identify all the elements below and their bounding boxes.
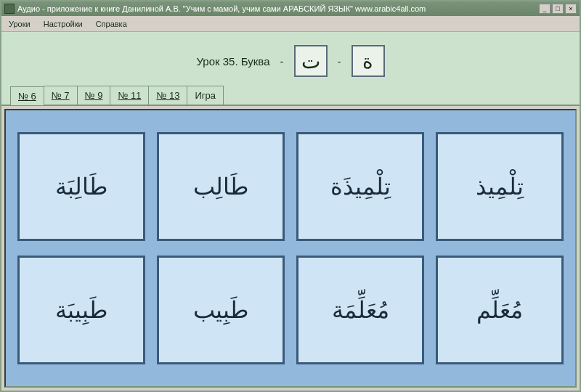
word-card[interactable]: مُعَلِّمَة xyxy=(296,256,424,364)
tab-no-7[interactable]: № 7 xyxy=(44,86,78,105)
word-card[interactable]: طَبِيب xyxy=(157,256,285,364)
lesson-header: Урок 35. Буква - ت - ة xyxy=(1,32,580,86)
app-window: Аудио - приложение к книге Данилиной А.В… xyxy=(0,0,581,392)
menu-settings[interactable]: Настройки xyxy=(44,20,83,28)
window-title: Аудио - приложение к книге Данилиной А.В… xyxy=(17,4,539,13)
word-card[interactable]: تِلْمِيذَة xyxy=(296,132,424,241)
tabs-row: № 6 № 7 № 9 № 11 № 13 Игра xyxy=(1,86,580,106)
letter-box-1[interactable]: ت xyxy=(294,45,328,77)
separator: - xyxy=(280,55,284,68)
menubar: Уроки Настройки Справка xyxy=(1,16,580,32)
content-area: طَالِبَة طَالِب تِلْمِيذَة تِلْمِيذ طَبِ… xyxy=(4,109,577,388)
close-button[interactable]: × xyxy=(565,4,577,14)
lesson-label: Урок 35. Буква xyxy=(196,55,269,68)
tab-no-11[interactable]: № 11 xyxy=(110,86,149,105)
tab-no-9[interactable]: № 9 xyxy=(77,86,111,105)
app-icon xyxy=(4,4,15,14)
word-card[interactable]: مُعَلِّم xyxy=(436,256,564,364)
word-card[interactable]: طَالِب xyxy=(157,132,285,241)
letter-box-2[interactable]: ة xyxy=(352,45,385,77)
tab-no-6[interactable]: № 6 xyxy=(10,86,44,105)
word-card[interactable]: طَبِيبَة xyxy=(17,256,145,364)
menu-lessons[interactable]: Уроки xyxy=(9,20,31,28)
tab-game[interactable]: Игра xyxy=(187,86,224,105)
minimize-button[interactable]: _ xyxy=(539,4,550,14)
window-controls: _ □ × xyxy=(539,4,577,14)
separator: - xyxy=(338,55,341,68)
tab-no-13[interactable]: № 13 xyxy=(148,86,187,105)
titlebar: Аудио - приложение к книге Данилиной А.В… xyxy=(1,1,580,16)
word-card[interactable]: تِلْمِيذ xyxy=(436,132,564,241)
menu-help[interactable]: Справка xyxy=(96,20,127,28)
maximize-button[interactable]: □ xyxy=(552,4,564,14)
card-grid: طَالِبَة طَالِب تِلْمِيذَة تِلْمِيذ طَبِ… xyxy=(17,132,564,364)
word-card[interactable]: طَالِبَة xyxy=(17,132,145,241)
